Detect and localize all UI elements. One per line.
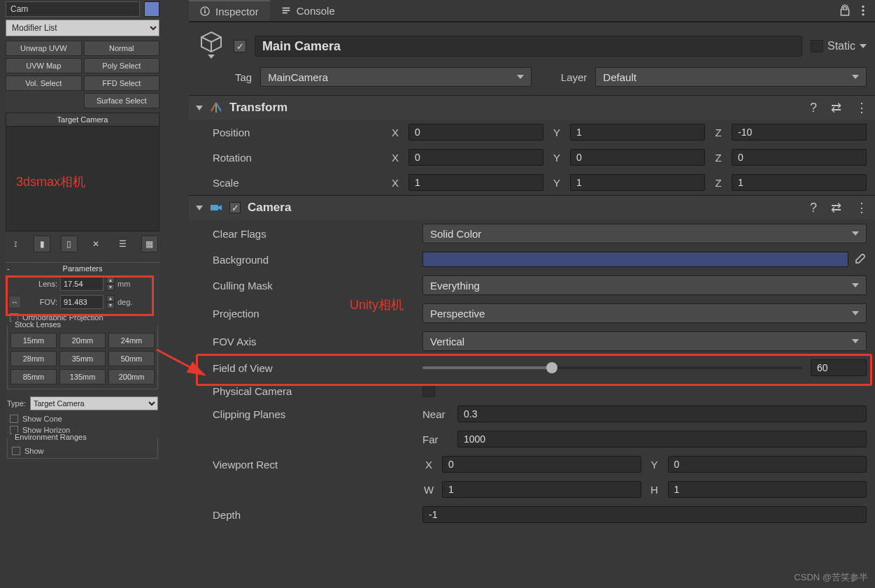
annotation-3dsmax: 3dsmax相机 [16, 173, 85, 190]
near-input[interactable] [457, 406, 867, 422]
eyedropper-icon[interactable] [853, 252, 867, 266]
configure-sets-icon[interactable]: ☰ [115, 236, 131, 252]
camera-enabled-checkbox[interactable] [229, 202, 241, 213]
tab-inspector[interactable]: Inspector [189, 0, 270, 21]
projection-dropdown[interactable]: Perspective [422, 303, 867, 323]
lens-35mm-button[interactable]: 35mm [59, 351, 106, 366]
show-end-result-icon[interactable]: ▮ [34, 236, 50, 252]
position-x-input[interactable] [408, 124, 543, 141]
gameobject-icon[interactable] [197, 31, 225, 62]
modifier-surfaceselect-button[interactable]: Surface Select [84, 93, 160, 108]
camera-name-input[interactable] [6, 1, 140, 17]
scale-y-input[interactable] [570, 174, 705, 191]
viewport-h-input[interactable] [668, 481, 867, 498]
clear-flags-dropdown[interactable]: Solid Color [422, 224, 867, 243]
scale-z-input[interactable] [732, 174, 867, 191]
stack-item-target-camera[interactable]: Target Camera [6, 113, 159, 127]
physical-camera-checkbox[interactable] [422, 385, 435, 397]
tag-dropdown[interactable]: MainCamera [260, 67, 532, 87]
modifier-polyselect-button[interactable]: Poly Select [84, 58, 160, 73]
lens-135mm-button[interactable]: 135mm [59, 369, 106, 385]
modifier-sets-icon[interactable]: ▦ [141, 236, 158, 252]
gameobject-active-checkbox[interactable] [234, 40, 246, 52]
modifier-volselect-button[interactable]: Vol. Select [6, 76, 82, 91]
lens-28mm-button[interactable]: 28mm [10, 351, 57, 366]
remove-modifier-icon[interactable]: ✕ [87, 236, 104, 252]
viewport-y-input[interactable] [668, 456, 867, 473]
lens-15mm-button[interactable]: 15mm [10, 333, 57, 348]
far-input[interactable] [457, 431, 867, 447]
lens-85mm-button[interactable]: 85mm [10, 369, 57, 385]
svg-point-7 [862, 9, 864, 11]
preset-icon[interactable]: ⇄ [831, 100, 841, 115]
position-y-input[interactable] [570, 124, 705, 141]
camera-header[interactable]: Camera ? ⇄ ⋮ [189, 196, 875, 220]
help-icon[interactable]: ? [810, 201, 817, 215]
lens-24mm-button[interactable]: 24mm [108, 333, 155, 348]
transform-header[interactable]: Transform ? ⇄ ⋮ [189, 96, 875, 120]
max-panel: Modifier List Unwrap UVW Normal UVW Map … [6, 1, 159, 463]
component-menu-icon[interactable]: ⋮ [855, 100, 868, 115]
lens-spinner[interactable]: ▲▼ [106, 277, 115, 291]
svg-rect-5 [282, 13, 287, 14]
annotation-unity: Unity相机 [350, 296, 404, 313]
viewport-w-input[interactable] [442, 481, 641, 498]
fov-value-input[interactable] [811, 359, 867, 376]
make-unique-icon[interactable]: ▯ [61, 236, 78, 252]
env-show-checkbox[interactable] [12, 447, 20, 455]
fov-slider[interactable] [422, 366, 802, 369]
svg-rect-9 [211, 205, 218, 210]
svg-rect-3 [282, 8, 290, 9]
modifier-list-dropdown[interactable]: Modifier List [6, 20, 159, 36]
tab-console[interactable]: Console [270, 0, 346, 21]
modifier-uvwmap-button[interactable]: UVW Map [6, 58, 82, 73]
lens-label: Lens: [24, 280, 57, 288]
fov-spinner[interactable]: ▲▼ [106, 295, 115, 309]
lens-input[interactable] [60, 277, 104, 291]
camera-type-label: Type: [7, 399, 26, 408]
background-label: Background [213, 254, 422, 266]
static-label: Static [827, 40, 855, 52]
lens-20mm-button[interactable]: 20mm [59, 333, 106, 348]
camera-type-dropdown[interactable]: Target Camera [30, 396, 158, 410]
static-checkbox[interactable] [811, 40, 823, 52]
rotation-x-input[interactable] [408, 149, 543, 166]
culling-mask-dropdown[interactable]: Everything [422, 275, 867, 295]
rotation-z-input[interactable] [732, 149, 867, 166]
modifier-normal-button[interactable]: Normal [84, 41, 160, 56]
pin-stack-icon[interactable]: ⟟ [7, 236, 24, 252]
fov-input[interactable] [60, 295, 104, 309]
lock-icon[interactable] [839, 4, 851, 17]
position-label: Position [213, 127, 389, 138]
object-color-swatch[interactable] [144, 1, 159, 17]
position-z-input[interactable] [732, 124, 867, 141]
depth-input[interactable] [422, 506, 867, 523]
fov-direction-button[interactable]: ↔ [8, 296, 21, 308]
preset-icon[interactable]: ⇄ [831, 200, 841, 215]
menu-dots-icon[interactable] [857, 4, 869, 17]
background-color-field[interactable] [422, 252, 848, 267]
camera-component: Camera ? ⇄ ⋮ Clear Flags Solid Color Bac… [189, 195, 875, 527]
environment-ranges-group: Environment Ranges Show [7, 438, 158, 459]
rotation-y-input[interactable] [570, 149, 705, 166]
watermark: CSDN @苦笑参半 [794, 571, 868, 584]
camera-icon [210, 201, 222, 214]
component-menu-icon[interactable]: ⋮ [855, 200, 868, 215]
help-icon[interactable]: ? [810, 101, 817, 115]
parameters-rollout-header[interactable]: -Parameters [6, 264, 159, 273]
modifier-ffdselect-button[interactable]: FFD Select [84, 76, 160, 91]
transform-icon [210, 101, 222, 114]
modifier-unwrap-button[interactable]: Unwrap UVW [6, 41, 82, 56]
fov-axis-dropdown[interactable]: Vertical [422, 331, 867, 351]
depth-label: Depth [213, 509, 422, 521]
show-cone-checkbox[interactable] [10, 415, 18, 423]
lens-50mm-button[interactable]: 50mm [108, 351, 155, 366]
scale-x-input[interactable] [408, 174, 543, 191]
static-dropdown-caret[interactable] [860, 44, 867, 48]
gameobject-name-input[interactable] [255, 36, 802, 57]
lens-200mm-button[interactable]: 200mm [108, 369, 155, 385]
viewport-x-input[interactable] [442, 456, 641, 473]
fov-label: FOV: [24, 298, 57, 306]
modifier-stack[interactable]: Target Camera 3dsmax相机 [6, 113, 159, 231]
layer-dropdown[interactable]: Default [595, 67, 867, 87]
